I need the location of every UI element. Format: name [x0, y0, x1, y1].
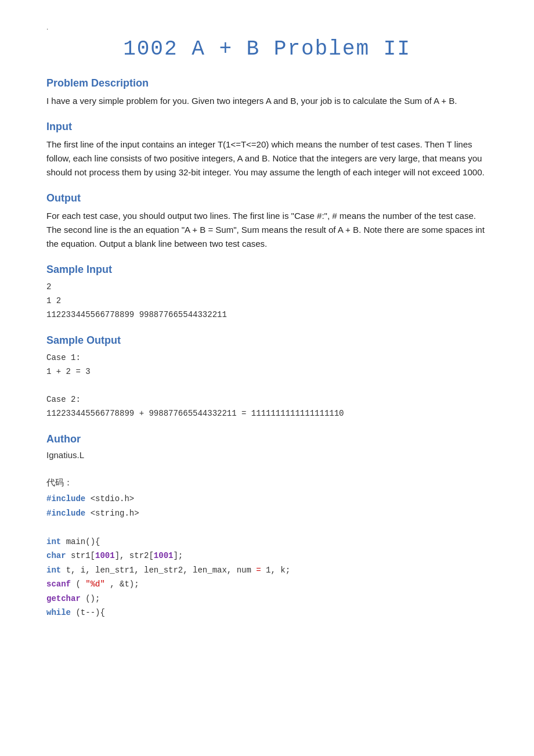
sample-input-block: 2 1 2 112233445566778899 998877665544332…	[46, 280, 488, 322]
code-line-getchar: getchar ();	[46, 592, 488, 606]
code-equals: =	[256, 566, 261, 575]
sample-output-blank-1	[46, 379, 488, 393]
output-text: For each test case, you should output tw…	[46, 209, 488, 251]
code-line-blank-1	[46, 520, 488, 535]
input-section: Input The first line of the input contai…	[46, 121, 488, 179]
code-int-rest: t, i, len_str1, len_str2, len_max, num	[66, 566, 257, 575]
code-line-include-2: #include <string.h>	[46, 506, 488, 521]
problem-description-heading: Problem Description	[46, 77, 488, 89]
sample-output-section: Sample Output Case 1: 1 + 2 = 3 Case 2: …	[46, 334, 488, 420]
code-getchar-func: getchar	[46, 594, 81, 603]
input-text: The first line of the input contains an …	[46, 138, 488, 179]
sample-output-line-1: Case 1:	[46, 351, 488, 365]
code-label: 代码：	[46, 477, 488, 488]
code-char-keyword: char	[46, 551, 66, 560]
code-line-include-1: #include <stdio.h>	[46, 492, 488, 506]
code-getchar-rest: ();	[85, 594, 100, 603]
code-line-int: int t, i, len_str1, len_str2, len_max, n…	[46, 563, 488, 578]
sample-input-line-1: 2	[46, 280, 488, 294]
code-line-scanf: scanf ( "%d" , &t);	[46, 577, 488, 592]
dot-marker: .	[46, 23, 488, 31]
code-scanf-func: scanf	[46, 579, 71, 589]
code-char-size-1: 1001	[95, 551, 115, 560]
code-include-keyword-1: #include	[46, 494, 85, 503]
sample-input-line-3: 112233445566778899 998877665544332211	[46, 308, 488, 322]
problem-description-text: I have a very simple problem for you. Gi…	[46, 94, 488, 108]
author-heading: Author	[46, 433, 488, 445]
code-scanf-str: "%d"	[85, 579, 105, 589]
code-char-rest: str1[	[71, 551, 95, 560]
sample-output-line-4: 112233445566778899 + 998877665544332211 …	[46, 407, 488, 421]
code-include-value-1: <stdio.h>	[91, 494, 135, 503]
author-section: Author Ignatius.L	[46, 433, 488, 460]
code-while-rest: (t--){	[75, 608, 104, 617]
code-char-rest3: ];	[173, 551, 183, 560]
input-heading: Input	[46, 121, 488, 133]
output-section: Output For each test case, you should ou…	[46, 192, 488, 251]
problem-description-section: Problem Description I have a very simple…	[46, 77, 488, 108]
code-while-keyword: while	[46, 608, 71, 617]
code-int-keyword: int	[46, 566, 61, 575]
sample-input-section: Sample Input 2 1 2 112233445566778899 99…	[46, 264, 488, 322]
output-heading: Output	[46, 192, 488, 204]
code-line-char: char str1[1001], str2[1001];	[46, 549, 488, 563]
code-line-main: int main(){	[46, 535, 488, 549]
code-block: #include <stdio.h> #include <string.h> i…	[46, 492, 488, 620]
code-include-keyword-2: #include	[46, 509, 85, 518]
sample-output-line-2: 1 + 2 = 3	[46, 365, 488, 379]
code-scanf-paren: (	[75, 579, 80, 589]
sample-output-block: Case 1: 1 + 2 = 3 Case 2: 11223344556677…	[46, 351, 488, 420]
code-int-rest2: 1, k;	[261, 566, 290, 575]
page-title: 1002 A + B Problem II	[46, 37, 488, 61]
sample-input-line-2: 1 2	[46, 294, 488, 308]
code-include-value-2: <string.h>	[91, 509, 139, 518]
code-int-keyword-main: int	[46, 537, 61, 546]
code-scanf-rest: , &t);	[110, 579, 139, 589]
code-char-rest2: ], str2[	[115, 551, 154, 560]
sample-output-line-3: Case 2:	[46, 393, 488, 407]
sample-output-heading: Sample Output	[46, 334, 488, 347]
code-line-while: while (t--){	[46, 606, 488, 620]
sample-input-heading: Sample Input	[46, 264, 488, 276]
code-main-rest: main(){	[66, 537, 100, 546]
author-name: Ignatius.L	[46, 450, 488, 460]
code-char-size-2: 1001	[154, 551, 174, 560]
